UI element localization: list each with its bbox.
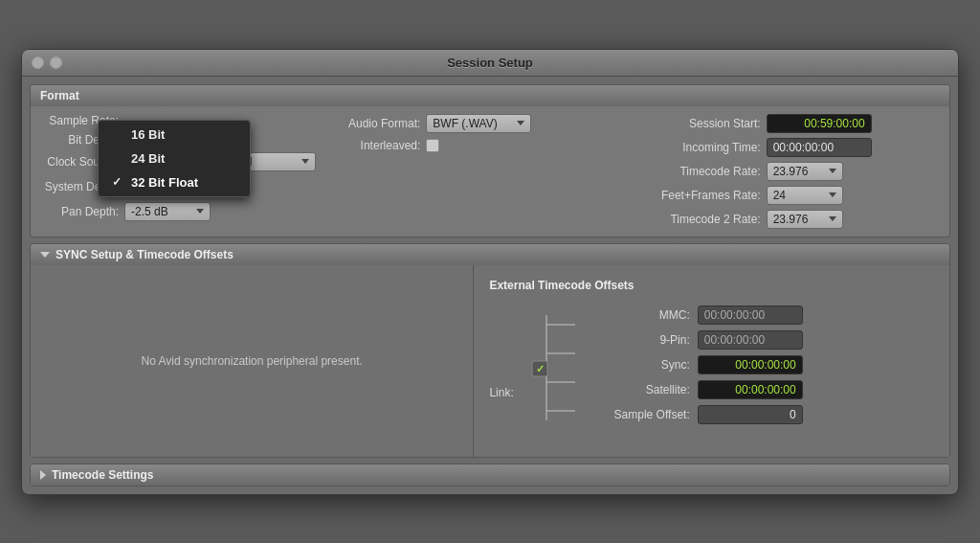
9pin-row: 9-Pin: 00:00:00:00 — [604, 330, 803, 350]
sample-offset-row: Sample Offset: 0 — [604, 405, 803, 424]
9pin-label: 9-Pin: — [623, 333, 690, 347]
title-bar: Session Setup — [22, 50, 958, 77]
timecode2-label: Timecode 2 Rate: — [646, 213, 761, 226]
timecode-rate-select[interactable]: 23.976 — [767, 162, 843, 181]
audio-format-row: Audio Format: BWF (.WAV) — [344, 114, 635, 133]
satellite-input[interactable]: 00:00:00:00 — [698, 380, 803, 399]
audio-format-label: Audio Format: — [344, 117, 420, 130]
sync-right: External Timecode Offsets Link: — [474, 265, 949, 457]
incoming-time-row: Incoming Time: 00:00:00:00 — [646, 138, 938, 157]
tc-layout: Link: — [489, 305, 934, 430]
interleaved-row: Interleaved: — [344, 139, 635, 152]
link-area: Link: — [489, 305, 593, 430]
timecode2-select[interactable]: 23.976 — [767, 210, 843, 229]
feet-frames-arrow-icon — [829, 192, 836, 197]
dropdown-item-24bit[interactable]: 24 Bit — [99, 147, 250, 170]
format-header: Format — [31, 85, 949, 106]
feet-frames-select[interactable]: 24 — [767, 186, 843, 205]
link-labels: Link: — [489, 336, 513, 399]
pan-depth-row: Pan Depth: -2.5 dB — [42, 202, 334, 221]
timecode-section: Timecode Settings — [30, 464, 950, 486]
close-button[interactable] — [32, 57, 44, 69]
timecode-arrow-icon — [40, 470, 46, 480]
svg-text:✓: ✓ — [535, 363, 544, 374]
sync-body: No Avid synchronization peripheral prese… — [31, 265, 949, 457]
dropdown-item-32bit[interactable]: ✓ 32 Bit Float — [99, 170, 250, 194]
pan-depth-label: Pan Depth: — [42, 205, 119, 218]
dropdown-item-16bit[interactable]: 16 Bit — [99, 123, 250, 147]
link-label: Link: — [489, 386, 513, 399]
timecode-rate-label: Timecode Rate: — [646, 165, 761, 178]
sync-input[interactable]: 00:00:00:00 — [698, 355, 803, 374]
incoming-time-label: Incoming Time: — [646, 141, 761, 154]
sync-left: No Avid synchronization peripheral prese… — [31, 265, 474, 457]
interleaved-checkbox[interactable] — [426, 139, 439, 152]
timecode-grid: MMC: 00:00:00:00 9-Pin: 00:00:00:00 Sync… — [604, 305, 803, 424]
checkmark-24bit — [112, 151, 125, 165]
col2: Audio Format: BWF (.WAV) Interleaved: — [344, 114, 635, 229]
sync-label: SYNC Setup & Timecode Offsets — [56, 248, 234, 261]
interleaved-label: Interleaved: — [344, 139, 420, 152]
audio-format-select[interactable]: BWF (.WAV) — [426, 114, 531, 133]
pan-depth-select[interactable]: -2.5 dB — [124, 202, 211, 221]
session-start-label: Session Start: — [646, 117, 761, 130]
traffic-lights — [32, 57, 62, 69]
bracket-svg: ✓ — [518, 305, 594, 430]
session-setup-window: Session Setup Format 16 Bit 24 Bit — [21, 49, 959, 495]
sample-offset-input[interactable]: 0 — [698, 405, 803, 424]
format-section: Format 16 Bit 24 Bit ✓ 32 Bit Float — [30, 84, 950, 238]
sync-header: SYNC Setup & Timecode Offsets — [31, 244, 949, 265]
feet-frames-label: Feet+Frames Rate: — [646, 189, 761, 202]
bit-depth-dropdown[interactable]: 16 Bit 24 Bit ✓ 32 Bit Float — [98, 120, 251, 197]
format-label: Format — [40, 89, 79, 102]
timecode-label: Timecode Settings — [52, 468, 153, 482]
audio-format-arrow-icon — [517, 121, 524, 125]
main-content: Format 16 Bit 24 Bit ✓ 32 Bit Float — [22, 77, 958, 494]
sync-row: Sync: 00:00:00:00 — [604, 355, 803, 374]
col3: Session Start: 00:59:00:00 Incoming Time… — [646, 114, 938, 229]
sync-arrow-icon — [40, 252, 50, 258]
clock-source-arrow-icon — [301, 159, 309, 164]
timecode-header: Timecode Settings — [31, 464, 949, 486]
timecode2-row: Timecode 2 Rate: 23.976 — [646, 210, 938, 229]
timecode-rate-row: Timecode Rate: 23.976 — [646, 162, 938, 181]
pan-depth-arrow-icon — [196, 209, 204, 214]
session-start-input[interactable]: 00:59:00:00 — [767, 114, 872, 133]
no-device-msg: No Avid synchronization peripheral prese… — [142, 354, 363, 368]
sync-section: SYNC Setup & Timecode Offsets No Avid sy… — [30, 243, 950, 458]
incoming-time-input[interactable]: 00:00:00:00 — [767, 138, 872, 157]
minimize-button[interactable] — [50, 57, 62, 69]
timecode-rate-arrow-icon — [829, 169, 836, 173]
session-start-row: Session Start: 00:59:00:00 — [646, 114, 938, 133]
mmc-row: MMC: 00:00:00:00 — [604, 305, 803, 325]
sample-offset-label: Sample Offset: — [604, 408, 690, 421]
mmc-label: MMC: — [623, 308, 690, 322]
feet-frames-row: Feet+Frames Rate: 24 — [646, 186, 938, 205]
checkmark-16bit — [112, 127, 125, 141]
format-body: 16 Bit 24 Bit ✓ 32 Bit Float Sample Rate… — [31, 106, 949, 237]
timecode2-arrow-icon — [829, 216, 836, 221]
satellite-row: Satellite: 00:00:00:00 — [604, 380, 803, 399]
sync-tc-label: Sync: — [623, 358, 690, 372]
satellite-label: Satellite: — [623, 383, 690, 396]
window-title: Session Setup — [447, 56, 533, 70]
ext-title: External Timecode Offsets — [489, 279, 934, 292]
checkmark-32bit: ✓ — [112, 175, 125, 189]
9pin-input[interactable]: 00:00:00:00 — [698, 330, 803, 350]
mmc-input[interactable]: 00:00:00:00 — [698, 305, 803, 325]
